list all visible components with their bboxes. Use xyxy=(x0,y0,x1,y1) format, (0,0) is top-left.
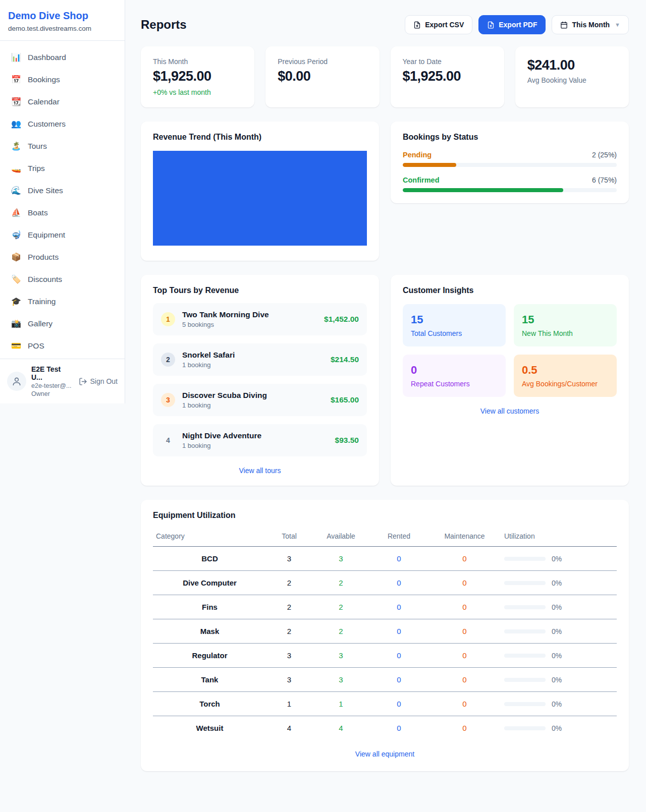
tour-bookings: 1 booking xyxy=(182,401,324,409)
island-icon: 🏝️ xyxy=(11,141,21,151)
sidebar-item-tours[interactable]: 🏝️ Tours xyxy=(6,137,119,155)
calendar-outline-icon xyxy=(560,21,568,29)
sidebar-item-label: Discounts xyxy=(28,275,62,284)
status-confirmed: Confirmed 6 (75%) xyxy=(403,176,617,192)
cell-total: 2 xyxy=(266,619,312,644)
status-pending: Pending 2 (25%) xyxy=(403,151,617,167)
table-row: Dive Computer 2 2 0 0 0% xyxy=(153,571,617,595)
package-icon: 📦 xyxy=(11,252,21,262)
sidebar-item-products[interactable]: 📦 Products xyxy=(6,248,119,266)
insight-value: 15 xyxy=(522,313,609,326)
tour-row: 3 Discover Scuba Diving 1 booking $165.0… xyxy=(153,384,367,416)
sidebar-item-boats[interactable]: ⛵ Boats xyxy=(6,203,119,222)
view-all-equipment-link[interactable]: View all equipment xyxy=(153,750,617,758)
revenue-trend-title: Revenue Trend (This Month) xyxy=(153,133,367,142)
sidebar-item-equipment[interactable]: 🤿 Equipment xyxy=(6,225,119,244)
tour-revenue: $165.00 xyxy=(331,395,359,404)
sidebar-item-dive-sites[interactable]: 🌊 Dive Sites xyxy=(6,181,119,200)
cell-utilization: 0% xyxy=(501,668,617,692)
sidebar-item-label: Products xyxy=(28,253,59,262)
user-meta: E2E Test U... e2e-tester@... Owner xyxy=(31,365,74,397)
cell-category: Tank xyxy=(153,668,266,692)
sidebar-item-discounts[interactable]: 🏷️ Discounts xyxy=(6,270,119,288)
revenue-bar xyxy=(153,151,367,246)
cell-total: 3 xyxy=(266,668,312,692)
sidebar-item-customers[interactable]: 👥 Customers xyxy=(6,114,119,133)
cell-category: Dive Computer xyxy=(153,571,266,595)
dashboard-icon: 📊 xyxy=(11,52,21,62)
stat-label: This Month xyxy=(153,57,242,66)
period-dropdown[interactable]: This Month ▼ xyxy=(552,15,629,34)
sidebar-item-label: Calendar xyxy=(28,97,60,106)
insight-new-this-month: 15 New This Month xyxy=(514,304,617,346)
utilization-percent: 0% xyxy=(552,603,562,611)
insight-label: Repeat Customers xyxy=(411,380,498,388)
utilization-bar-track xyxy=(504,581,546,585)
row-tours-insights: Top Tours by Revenue 1 Two Tank Morning … xyxy=(141,275,629,486)
sidebar-item-label: POS xyxy=(28,341,44,351)
cell-maintenance: 0 xyxy=(428,619,501,644)
insight-label: New This Month xyxy=(522,329,609,337)
cell-rented: 0 xyxy=(370,668,428,692)
sign-out-button[interactable]: Sign Out xyxy=(79,377,118,386)
tour-row: 2 Snorkel Safari 1 booking $214.50 xyxy=(153,343,367,376)
tour-revenue: $1,452.00 xyxy=(324,315,359,324)
utilization-percent: 0% xyxy=(552,652,562,660)
sidebar-item-gallery[interactable]: 📸 Gallery xyxy=(6,314,119,333)
sidebar-item-calendar[interactable]: 📆 Calendar xyxy=(6,92,119,111)
table-row: Tank 3 3 0 0 0% xyxy=(153,668,617,692)
utilization-percent: 0% xyxy=(552,724,562,732)
status-bar-track xyxy=(403,188,617,192)
status-bar-fill-pending xyxy=(403,163,456,167)
main-content: Reports Export CSV Export PDF This Month xyxy=(125,0,646,791)
sidebar-item-bookings[interactable]: 📅 Bookings xyxy=(6,70,119,89)
tour-name: Discover Scuba Diving xyxy=(182,391,324,400)
export-pdf-label: Export PDF xyxy=(499,21,537,29)
sidebar-item-dashboard[interactable]: 📊 Dashboard xyxy=(6,48,119,67)
utilization-bar-track xyxy=(504,557,546,561)
stat-label: Previous Period xyxy=(278,57,367,66)
status-count-pending: 2 (25%) xyxy=(592,151,617,159)
view-all-tours-link[interactable]: View all tours xyxy=(153,467,367,475)
cell-maintenance: 0 xyxy=(428,644,501,668)
sidebar-item-trips[interactable]: 🚤 Trips xyxy=(6,159,119,178)
tour-revenue: $214.50 xyxy=(331,355,359,364)
table-header-row: Category Total Available Rented Maintena… xyxy=(153,528,617,547)
export-csv-button[interactable]: Export CSV xyxy=(405,15,472,34)
user-name: E2E Test U... xyxy=(31,365,74,381)
table-row: Torch 1 1 0 0 0% xyxy=(153,692,617,716)
col-category: Category xyxy=(153,528,266,547)
status-bar-track xyxy=(403,163,617,167)
sidebar-item-pos[interactable]: 💳 POS xyxy=(6,336,119,355)
sailboat-icon: ⛵ xyxy=(11,208,21,217)
cell-rented: 0 xyxy=(370,716,428,740)
export-pdf-button[interactable]: Export PDF xyxy=(478,15,546,34)
col-total: Total xyxy=(266,528,312,547)
insight-grid: 15 Total Customers 15 New This Month 0 R… xyxy=(403,304,617,397)
stat-value: $1,925.00 xyxy=(403,69,492,84)
cell-utilization: 0% xyxy=(501,547,617,571)
insight-total-customers: 15 Total Customers xyxy=(403,304,506,346)
top-tours-card: Top Tours by Revenue 1 Two Tank Morning … xyxy=(141,275,379,486)
cell-available: 1 xyxy=(312,692,370,716)
utilization-percent: 0% xyxy=(552,555,562,563)
stat-delta: +0% vs last month xyxy=(153,88,242,96)
stat-value: $241.00 xyxy=(527,57,617,73)
equipment-utilization-card: Equipment Utilization Category Total Ava… xyxy=(141,500,629,771)
cell-total: 4 xyxy=(266,716,312,740)
cell-rented: 0 xyxy=(370,692,428,716)
cell-utilization: 0% xyxy=(501,595,617,619)
page-header: Reports Export CSV Export PDF This Month xyxy=(141,15,629,34)
view-all-customers-link[interactable]: View all customers xyxy=(403,407,617,415)
tour-revenue: $93.50 xyxy=(335,436,359,445)
speedboat-icon: 🚤 xyxy=(11,163,21,173)
cell-rented: 0 xyxy=(370,571,428,595)
rank-badge: 4 xyxy=(161,433,175,447)
chevron-down-icon: ▼ xyxy=(615,22,620,28)
tour-name: Two Tank Morning Dive xyxy=(182,310,317,319)
sidebar-item-label: Gallery xyxy=(28,319,52,328)
sidebar-item-training[interactable]: 🎓 Training xyxy=(6,292,119,311)
stat-value: $1,925.00 xyxy=(153,69,242,84)
cell-category: Fins xyxy=(153,595,266,619)
sidebar-item-label: Dashboard xyxy=(28,53,66,62)
